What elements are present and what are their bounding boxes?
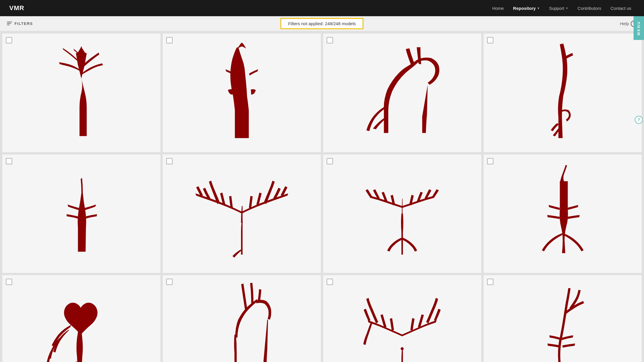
nav-contact[interactable]: Contact us: [607, 3, 635, 13]
side-help-button[interactable]: ?: [635, 116, 643, 124]
model-checkbox-11[interactable]: [327, 279, 333, 285]
model-card-6[interactable]: [163, 155, 321, 273]
model-image-9: [2, 275, 160, 362]
model-checkbox-5[interactable]: [6, 158, 12, 164]
model-card-3[interactable]: [323, 34, 481, 152]
filter-status: Filters not applied: 248/248 models: [280, 18, 363, 29]
filters-button[interactable]: FILTERS: [7, 21, 33, 26]
model-image-8: [484, 155, 642, 273]
model-image-4: [484, 34, 642, 152]
model-card-2[interactable]: [163, 34, 321, 152]
model-checkbox-4[interactable]: [487, 37, 493, 43]
model-image-12: [484, 275, 642, 362]
filter-icon: [7, 22, 12, 26]
model-card-9[interactable]: [2, 275, 160, 362]
model-checkbox-10[interactable]: [166, 279, 173, 285]
nav-contributors[interactable]: Contributors: [574, 3, 605, 13]
model-card-1[interactable]: [2, 34, 160, 152]
model-image-7: [323, 155, 481, 273]
model-checkbox-7[interactable]: [327, 158, 333, 164]
model-image-6: [163, 155, 321, 273]
model-grid: [0, 31, 644, 362]
model-image-5: [2, 155, 160, 273]
navbar: VMR Home Repository ▼ Support ▼ Contribu…: [0, 0, 644, 16]
model-card-8[interactable]: [484, 155, 642, 273]
model-card-4[interactable]: [484, 34, 642, 152]
model-card-11[interactable]: [323, 275, 481, 362]
model-card-10[interactable]: [163, 275, 321, 362]
model-image-2: [163, 34, 321, 152]
model-checkbox-6[interactable]: [166, 158, 173, 164]
model-checkbox-8[interactable]: [487, 158, 493, 164]
repository-caret: ▼: [537, 7, 540, 10]
model-card-5[interactable]: [2, 155, 160, 273]
app-logo[interactable]: VMR: [9, 4, 24, 12]
model-checkbox-2[interactable]: [166, 37, 173, 43]
nav-support[interactable]: Support ▼: [546, 3, 572, 13]
model-card-12[interactable]: [484, 275, 642, 362]
model-checkbox-12[interactable]: [487, 279, 493, 285]
side-menu-label[interactable]: MENU: [634, 16, 644, 40]
model-image-11: [323, 275, 481, 362]
model-checkbox-9[interactable]: [6, 279, 12, 285]
model-image-1: [2, 34, 160, 152]
model-checkbox-1[interactable]: [6, 37, 12, 43]
model-checkbox-3[interactable]: [327, 37, 333, 43]
model-card-7[interactable]: [323, 155, 481, 273]
side-menu[interactable]: MENU: [634, 16, 644, 40]
support-caret: ▼: [566, 7, 568, 10]
nav-links: Home Repository ▼ Support ▼ Contributors…: [489, 3, 635, 13]
model-image-3: [323, 34, 481, 152]
filter-bar: FILTERS Filters not applied: 248/248 mod…: [0, 16, 644, 31]
nav-home[interactable]: Home: [489, 3, 507, 13]
model-image-10: [163, 275, 321, 362]
nav-repository[interactable]: Repository ▼: [510, 3, 543, 13]
svg-point-0: [401, 347, 404, 350]
